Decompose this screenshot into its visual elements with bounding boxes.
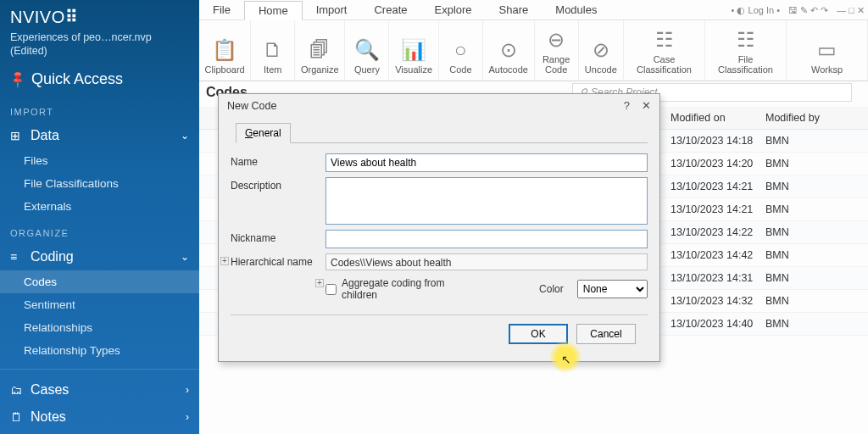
label-nickname: Nickname bbox=[231, 230, 326, 248]
ribbon-icon: ○ bbox=[454, 36, 467, 64]
chevron-down-icon: ⌄ bbox=[181, 130, 189, 142]
col-modified-on[interactable]: Modified on bbox=[670, 112, 765, 124]
ok-button[interactable]: OK bbox=[509, 324, 568, 344]
label-aggregate: Aggregate coding from children bbox=[342, 277, 481, 301]
name-input[interactable] bbox=[326, 153, 648, 172]
cases-icon: 🗂 bbox=[10, 383, 25, 397]
cancel-button[interactable]: Cancel bbox=[576, 324, 636, 344]
label-name: Name bbox=[231, 153, 326, 172]
expand-button-2[interactable]: + bbox=[315, 279, 324, 287]
ribbon-autocode[interactable]: ⊙Autocode bbox=[483, 20, 535, 81]
ribbon-uncode[interactable]: ⊘Uncode bbox=[579, 20, 624, 81]
ribbon-icon: ▭ bbox=[817, 36, 837, 64]
nav-file-classifications[interactable]: File Classifications bbox=[0, 172, 199, 195]
tab-general[interactable]: General bbox=[236, 123, 291, 143]
new-code-dialog: New Code ? ✕ General Name Description Ni… bbox=[218, 93, 660, 362]
section-organize: ORGANIZE bbox=[0, 218, 199, 243]
hierarchical-value: Codes\\Views about health bbox=[326, 253, 648, 270]
expand-button[interactable]: + bbox=[220, 257, 229, 265]
ribbon-icon: ☷ bbox=[655, 25, 674, 54]
label-color: Color bbox=[539, 283, 564, 295]
brand-logo: NVIVO⠿ bbox=[0, 0, 199, 31]
nav-externals[interactable]: Externals bbox=[0, 195, 199, 218]
quick-access-label: Quick Access bbox=[31, 70, 123, 88]
section-import: IMPORT bbox=[0, 97, 199, 122]
nav-relationships[interactable]: Relationships bbox=[0, 316, 199, 339]
nav-coding[interactable]: ≡Coding ⌄ bbox=[0, 243, 199, 270]
label-description: Description bbox=[231, 177, 326, 225]
menu-file[interactable]: File bbox=[199, 1, 244, 19]
nav-relationship-types[interactable]: Relationship Types bbox=[0, 339, 199, 362]
ribbon-visualize[interactable]: 📊Visualize bbox=[389, 20, 438, 81]
ribbon-worksp[interactable]: ▭Worksp bbox=[787, 20, 868, 81]
ribbon: 📋Clipboard🗋Item🗐Organize🔍Query📊Visualize… bbox=[199, 20, 868, 81]
nav-cases[interactable]: 🗂Cases › bbox=[0, 376, 199, 403]
project-name: Experiences of peo…ncer.nvp bbox=[0, 31, 199, 44]
titlebar-right: • ◐ Log In •🖫 ✎ ↶ ↷— □ ✕ bbox=[732, 0, 865, 20]
ribbon-query[interactable]: 🔍Query bbox=[345, 20, 389, 81]
menu-share[interactable]: Share bbox=[486, 1, 542, 19]
ribbon-icon: ☷ bbox=[737, 25, 755, 54]
data-icon: ⊞ bbox=[10, 129, 25, 142]
chevron-right-icon: › bbox=[186, 384, 189, 396]
ribbon-file-classification[interactable]: ☷FileClassification bbox=[705, 20, 787, 81]
quick-access-button[interactable]: 📌 Quick Access bbox=[0, 58, 199, 97]
col-modified-by[interactable]: Modified by bbox=[765, 112, 850, 124]
nav-notes[interactable]: 🗒Notes › bbox=[0, 403, 199, 431]
menu-import[interactable]: Import bbox=[303, 1, 361, 19]
ribbon-icon: 🗋 bbox=[263, 36, 283, 64]
help-button[interactable]: ? bbox=[624, 99, 630, 112]
nav-files[interactable]: Files bbox=[0, 149, 199, 172]
ribbon-icon: 🗐 bbox=[309, 36, 330, 64]
label-hierarchical: Hierarchical name bbox=[231, 253, 326, 270]
description-input[interactable] bbox=[326, 177, 648, 225]
ribbon-range-code[interactable]: ⊖RangeCode bbox=[535, 20, 579, 81]
nav-sentiment[interactable]: Sentiment bbox=[0, 293, 199, 316]
nickname-input[interactable] bbox=[326, 230, 648, 248]
chevron-right-icon: › bbox=[186, 411, 189, 423]
menu-create[interactable]: Create bbox=[360, 1, 420, 19]
ribbon-case-classification[interactable]: ☷CaseClassification bbox=[624, 20, 705, 81]
project-status: (Edited) bbox=[0, 44, 199, 58]
sidebar: NVIVO⠿ Experiences of peo…ncer.nvp (Edit… bbox=[0, 0, 199, 434]
menu-modules[interactable]: Modules bbox=[542, 1, 610, 19]
pin-icon: 📌 bbox=[8, 69, 27, 88]
nav-codes[interactable]: Codes bbox=[0, 270, 199, 293]
color-select[interactable]: None bbox=[577, 280, 648, 298]
ribbon-code[interactable]: ○Code bbox=[439, 20, 483, 81]
coding-icon: ≡ bbox=[10, 250, 25, 264]
ribbon-icon: 📊 bbox=[401, 36, 426, 64]
nav-data[interactable]: ⊞Data ⌄ bbox=[0, 122, 199, 149]
ribbon-icon: 🔍 bbox=[354, 36, 380, 64]
ribbon-clipboard[interactable]: 📋Clipboard bbox=[199, 20, 251, 81]
menubar: File Home Import Create Explore Share Mo… bbox=[199, 0, 868, 20]
ribbon-organize[interactable]: 🗐Organize bbox=[295, 20, 345, 81]
menu-home[interactable]: Home bbox=[244, 1, 303, 20]
ribbon-icon: ⊖ bbox=[548, 25, 565, 54]
chevron-down-icon: ⌄ bbox=[181, 251, 189, 263]
menu-explore[interactable]: Explore bbox=[421, 1, 486, 19]
ribbon-item[interactable]: 🗋Item bbox=[251, 20, 295, 81]
ribbon-icon: ⊙ bbox=[500, 36, 517, 64]
notes-icon: 🗒 bbox=[10, 410, 25, 424]
close-button[interactable]: ✕ bbox=[642, 99, 651, 112]
ribbon-icon: ⊘ bbox=[593, 36, 609, 64]
dialog-title: New Code bbox=[227, 100, 276, 112]
ribbon-icon: 📋 bbox=[212, 36, 237, 64]
aggregate-checkbox[interactable] bbox=[326, 284, 337, 295]
